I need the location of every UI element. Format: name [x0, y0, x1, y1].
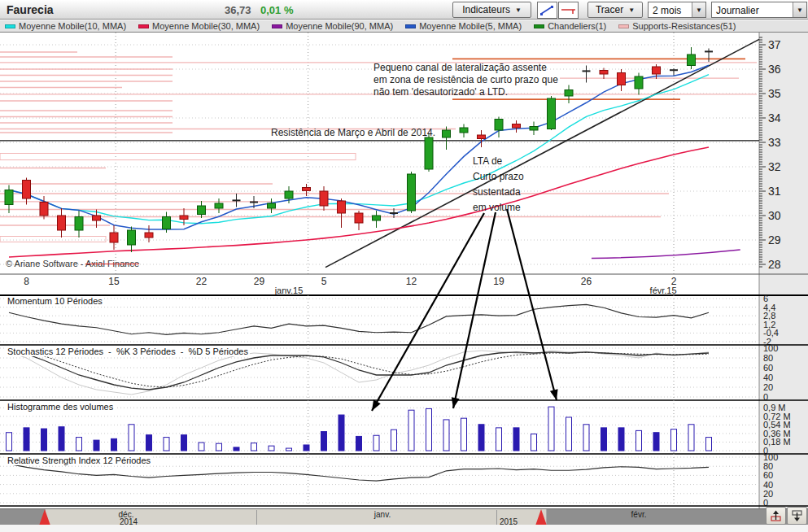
- collapse-down-icon: [790, 509, 804, 522]
- candle-up: [128, 230, 136, 245]
- pane-expand-button[interactable]: [766, 507, 786, 525]
- volume-bar: [583, 425, 589, 451]
- arrow-head: [550, 389, 558, 400]
- charts-canvas[interactable]: 28293031323334353637815222951219262janv.…: [0, 33, 808, 508]
- svg-text:22: 22: [196, 276, 207, 287]
- legend-swatch: [534, 24, 544, 28]
- candle-down: [653, 67, 661, 74]
- candle-up: [5, 190, 13, 205]
- candle-down: [355, 213, 363, 223]
- svg-text:30: 30: [768, 209, 781, 222]
- svg-text:12: 12: [406, 276, 417, 287]
- bottom-strip: [0, 525, 808, 532]
- volume-bar: [408, 410, 414, 451]
- diagonal-line-icon: [539, 4, 555, 16]
- volume-bar: [338, 415, 344, 451]
- period-select[interactable]: 2 mois ▼: [648, 2, 706, 18]
- mm90-line: [592, 250, 740, 259]
- volume-bar: [181, 435, 187, 451]
- candle-up: [635, 76, 643, 89]
- svg-text:100: 100: [763, 343, 778, 353]
- instrument-title: Faurecia: [7, 3, 54, 16]
- candle-down: [40, 203, 48, 216]
- candle-up: [215, 203, 223, 208]
- chart-area[interactable]: 28293031323334353637815222951219262janv.…: [0, 33, 808, 508]
- svg-text:100: 100: [763, 452, 778, 462]
- legend-swatch: [138, 24, 149, 28]
- frequency-select[interactable]: Journalier ▼: [711, 2, 807, 18]
- candle-down: [180, 216, 188, 220]
- svg-text:31: 31: [768, 185, 781, 198]
- candle-down: [58, 216, 66, 230]
- candle-down: [303, 188, 311, 191]
- svg-text:80: 80: [763, 353, 773, 363]
- timeline-range-marker-right[interactable]: [535, 509, 547, 525]
- volume-bar: [496, 428, 502, 451]
- annotation-lta-note: LTA de Curto prazo sustentada em volume: [473, 154, 524, 216]
- candle-down: [23, 181, 31, 199]
- volume-bar: [234, 447, 239, 451]
- candle-down: [145, 233, 153, 238]
- volume-bar: [461, 418, 467, 451]
- volume-bar: [59, 427, 64, 451]
- draw-horizontal-line-tool-button[interactable]: [558, 2, 579, 19]
- candle-down: [338, 201, 346, 213]
- volume-bar: [269, 446, 274, 451]
- pane-collapse-button[interactable]: [787, 507, 807, 525]
- tracer-button[interactable]: Tracer ▼: [587, 2, 643, 18]
- volume-panel-title: Histogramme des volumes: [6, 402, 115, 412]
- svg-text:28: 28: [768, 258, 781, 271]
- volume-bar: [636, 430, 642, 451]
- candle-up: [373, 216, 381, 220]
- volume-bar: [146, 435, 152, 451]
- candle-up: [268, 203, 276, 208]
- svg-text:8: 8: [24, 276, 29, 287]
- volume-bar: [41, 429, 47, 451]
- svg-text:35: 35: [768, 87, 781, 100]
- volume-bar: [216, 443, 222, 451]
- chevron-down-icon[interactable]: ▼: [692, 2, 705, 17]
- volume-bar: [618, 428, 624, 451]
- volume-bar: [129, 425, 134, 451]
- volume-bar: [356, 436, 362, 451]
- candle-down: [110, 233, 118, 242]
- volume-bar: [443, 420, 449, 451]
- chevron-down-icon[interactable]: ▼: [793, 2, 806, 17]
- candle-up: [443, 130, 451, 137]
- volume-bar: [426, 408, 432, 451]
- timeline-divider: [256, 510, 257, 525]
- copyright-label: © Ariane Software - Axial Finance: [6, 259, 139, 268]
- candle-up: [495, 120, 503, 131]
- volume-bar: [513, 428, 519, 451]
- axial-finance-link[interactable]: Axial Finance: [85, 259, 139, 268]
- indicators-button[interactable]: Indicateurs ▼: [452, 2, 531, 18]
- svg-text:80: 80: [763, 461, 773, 471]
- legend-swatch: [405, 24, 416, 28]
- timeline-scrollbar[interactable]: déc. 2014 janv. 2015 févr.: [0, 508, 808, 525]
- legend-item-mm30: Moyenne Mobile(30, MMA): [138, 21, 260, 31]
- volume-bar: [601, 428, 607, 451]
- annotation-resistance-note: Resistência de Março e Abril de 2014.: [271, 127, 435, 139]
- svg-text:20: 20: [763, 382, 773, 392]
- volume-bar: [531, 434, 537, 451]
- volume-bar: [653, 433, 659, 451]
- horizontal-line-icon: [561, 4, 576, 16]
- draw-trendline-tool-button[interactable]: [537, 2, 557, 19]
- timeline-month-feb: févr.: [631, 510, 647, 519]
- volume-bars: [7, 407, 712, 451]
- candle-up: [460, 128, 468, 133]
- last-price: 36,73: [225, 4, 251, 16]
- volume-bar: [566, 417, 572, 451]
- volume-bar: [706, 438, 712, 451]
- svg-text:34: 34: [768, 111, 781, 124]
- annotation-channel-note: Pequeno canal de lateralização assente e…: [373, 62, 597, 98]
- svg-text:janv.15: janv.15: [274, 286, 304, 295]
- rsi-panel-title: Relative Strength Index 12 Périodes: [6, 456, 152, 465]
- volume-bar: [304, 445, 309, 451]
- legend-swatch: [618, 24, 629, 28]
- volume-bar: [286, 448, 292, 451]
- candle-down: [513, 124, 521, 129]
- timeline-range-marker-left[interactable]: [39, 509, 50, 525]
- candle-up: [530, 127, 538, 131]
- volume-bar: [164, 438, 169, 451]
